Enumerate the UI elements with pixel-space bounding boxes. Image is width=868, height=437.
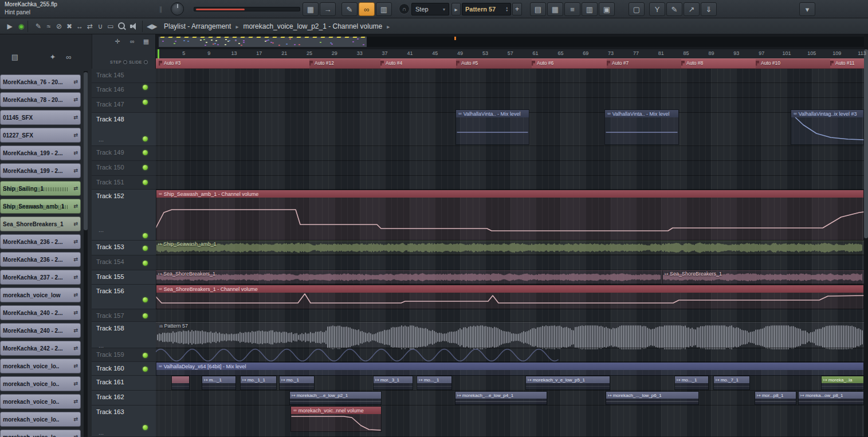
mixer-icon[interactable]: ▥ (582, 2, 598, 16)
channel-button[interactable]: MoreKachka_240 - 2...⇄ (0, 305, 81, 320)
time-marker[interactable]: Auto #10 (756, 60, 780, 66)
pattern-clip-small[interactable]: ↦morekach_...e_low_p2_1 (289, 391, 382, 405)
magnet-icon[interactable]: ∪ (95, 21, 105, 32)
add-pattern-button[interactable]: + (512, 3, 522, 15)
pattern-clip-small[interactable]: ↦mo._1 (279, 376, 315, 390)
time-marker[interactable]: Auto #12 (309, 60, 334, 66)
channel-button[interactable]: Ship_Seawash_amb_1⇄ (0, 199, 81, 214)
playlist-track-lane[interactable] (156, 309, 864, 322)
channel-button[interactable]: MoreKachka_199 - 2...⇄ (0, 163, 81, 178)
playlist-track-lane[interactable] (156, 83, 864, 98)
export-icon[interactable]: ⇓ (701, 2, 717, 16)
playhead-marker[interactable] (158, 49, 159, 58)
pattern-clip-small[interactable]: ↦mo._7_1 (713, 376, 750, 390)
time-marker[interactable]: Auto #3 (159, 60, 180, 66)
breadcrumb-item[interactable]: morekach_voice_low_p2_1 - Channel volume (243, 22, 382, 30)
automation-clip-header[interactable]: ∞Sea_ShoreBreakers_1 - Channel volume (156, 285, 863, 293)
channel-button[interactable]: MoreKachka_78 - 20...⇄ (0, 92, 81, 107)
breadcrumb-item[interactable]: Playlist - Arrangement (164, 22, 231, 30)
channel-button[interactable]: morekach_voice_lo..⇄ (0, 394, 81, 409)
channel-button[interactable]: MoreKachka_236 - 2...⇄ (0, 234, 81, 249)
draw-icon[interactable]: ✎ (341, 2, 358, 16)
sparkle-icon[interactable]: ✦ (47, 53, 58, 63)
pan-tool-icon[interactable]: ↔ (74, 21, 85, 32)
dropdown-icon[interactable]: ▾ (799, 2, 815, 16)
time-marker[interactable]: Auto #8 (681, 60, 703, 66)
clipboard-icon[interactable]: ▢ (629, 2, 645, 16)
automation-clip-header[interactable]: ∞ValhallaDelay_x64 [64bit] - Mix level (156, 363, 863, 370)
pattern-clip-small[interactable]: ↦mo._1_1 (240, 376, 277, 390)
time-marker[interactable]: Auto #7 (607, 60, 629, 66)
pattern-clip-small[interactable]: ↦moreka...ow_p8_1 (798, 391, 864, 405)
channel-button[interactable]: morekach_voice_lo⇄ (0, 430, 81, 437)
swap-tool-icon[interactable]: ⇄ (85, 21, 95, 32)
channel-button[interactable]: MoreKachka_76 - 20...⇄ (0, 74, 81, 89)
mute-tool-icon[interactable]: ✖ (64, 21, 74, 32)
pattern-clip-small[interactable]: ↦morekach_..._low_p6_1 (606, 391, 699, 405)
select-tool-icon[interactable]: ▭ (105, 21, 116, 32)
slide-toggle[interactable] (144, 60, 148, 64)
pattern-clip[interactable] (156, 322, 864, 348)
metronome-icon[interactable]: ∩ (399, 3, 410, 14)
track-enable-dot[interactable] (143, 150, 148, 155)
channel-button[interactable]: MoreKachka_236 - 2...⇄ (0, 252, 81, 267)
playlist-track-lane[interactable] (156, 255, 864, 270)
pattern-clip-small[interactable]: ↦mo..._1 (674, 376, 709, 390)
playlist-icon[interactable]: ▤ (530, 2, 546, 16)
channel-button[interactable]: morekach_voice_low⇄ (0, 288, 81, 302)
pattern-selector[interactable]: Pattern 57 ▴▾ (462, 3, 511, 15)
playlist-track-lane[interactable] (156, 161, 864, 176)
channel-button[interactable]: 01145_SFX⇄ (0, 110, 81, 125)
move-icon[interactable]: ✛ (112, 38, 123, 47)
link-icon[interactable]: ∞ (359, 2, 375, 16)
master-slider[interactable] (194, 7, 300, 11)
automation-clip[interactable]: ∞morekach_voic..nnel volume (290, 406, 382, 432)
curve-icon[interactable]: ✎ (666, 2, 682, 16)
automation-clip-header[interactable]: ∞ValhallaVinta.. - Mix level (456, 110, 529, 117)
send-icon[interactable]: ↗ (684, 2, 700, 16)
track-enable-dot[interactable] (143, 246, 148, 251)
step-toggle[interactable] (123, 60, 127, 64)
time-marker[interactable]: Auto #4 (380, 60, 402, 66)
playlist-track-lane[interactable] (156, 348, 864, 362)
automation-clip[interactable]: ∞Ship_Seawash_amb_1 - Channel volume (156, 190, 864, 241)
audition-tool-icon[interactable] (129, 21, 140, 32)
time-marker[interactable]: Auto #6 (532, 60, 553, 66)
track-header[interactable]: Track 161 (92, 376, 156, 391)
automation-clip[interactable]: ∞ValhallaVintag..ix level #3 (791, 109, 864, 145)
volume-knob[interactable] (171, 2, 184, 15)
pattern-clip-small[interactable]: ↦moreka_..la (821, 376, 864, 390)
channel-button[interactable]: MoreKachka_242 - 2...⇄ (0, 341, 81, 356)
pattern-clip-small[interactable]: ↦morekach_...e_low_p4_1 (455, 391, 547, 405)
filter-icon[interactable]: Y (649, 2, 665, 16)
playlist-nav-icon[interactable]: ◀▶ (147, 21, 157, 32)
channel-button[interactable]: morekach_voice_lo..⇄ (0, 412, 81, 427)
panel-icon[interactable]: ▤ (9, 53, 21, 63)
audio-clip[interactable] (156, 270, 662, 284)
track-enable-dot[interactable] (143, 233, 148, 238)
pattern-next-button[interactable]: ▸ (451, 3, 461, 15)
pattern-clip-small[interactable]: ↦morekach_v_e_low_p5_1 (525, 376, 610, 390)
pattern-clip-small[interactable]: ↦mor...p8_1 (755, 391, 796, 405)
playlist-track-lane[interactable] (156, 146, 864, 161)
channel-button[interactable]: morekach_voice_lo..⇄ (0, 376, 81, 391)
track-enable-dot[interactable] (143, 297, 148, 302)
audio-clip[interactable] (156, 241, 864, 255)
track-enable-dot[interactable] (143, 165, 148, 170)
browser-icon[interactable]: ▣ (599, 2, 615, 16)
track-enable-dot[interactable] (143, 85, 148, 90)
track-enable-dot[interactable] (143, 261, 148, 266)
snap-selector[interactable]: Step ▾ (411, 3, 449, 15)
automation-clip[interactable]: ∞ValhallaDelay_x64 [64bit] - Mix level (156, 362, 864, 376)
automation-clip-header[interactable]: ∞morekach_voic..nnel volume (291, 407, 381, 414)
track-header[interactable]: Track 145 (92, 69, 156, 83)
chain-icon[interactable]: ∞ (127, 38, 138, 47)
channel-button[interactable]: MoreKachka_237 - 2...⇄ (0, 270, 81, 285)
channel-button[interactable]: Ship_Sailing_1⇄ (0, 181, 81, 196)
channel-button[interactable]: MoreKachka_240 - 2...⇄ (0, 323, 81, 338)
automation-clip-header[interactable]: ∞Ship_Seawash_amb_1 - Channel volume (156, 190, 863, 198)
channel-button[interactable]: 01227_SFX⇄ (0, 128, 81, 143)
pattern-clip-small[interactable]: ↦mo..._1 (417, 376, 452, 390)
channel-scrollbar-thumb[interactable] (84, 72, 88, 230)
channelrack-icon[interactable]: ≡ (564, 2, 580, 16)
